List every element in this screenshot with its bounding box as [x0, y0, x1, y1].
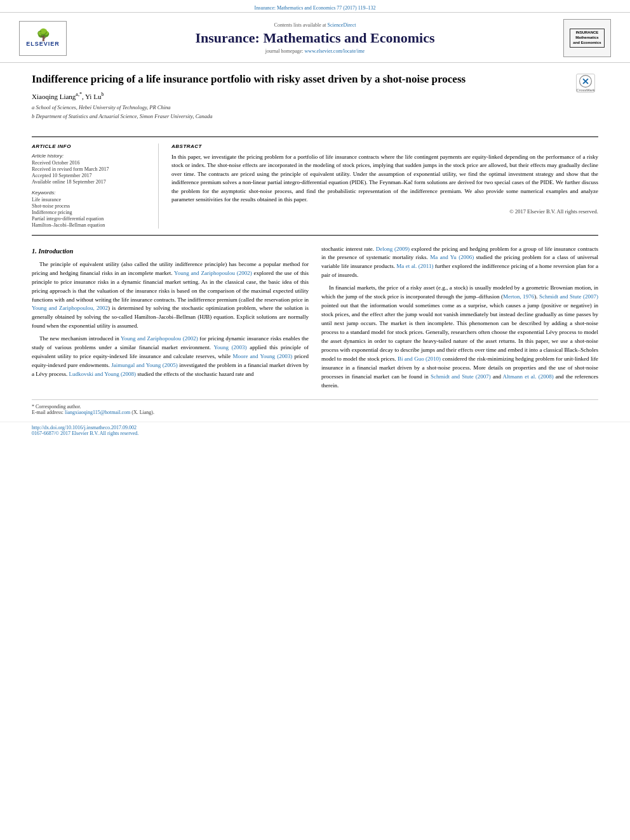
intro-para2: The new mechanism introduced in Young an… [32, 335, 309, 379]
page: Insurance: Mathematics and Economics 77 … [0, 0, 630, 840]
history-online: Available online 18 September 2017 [32, 179, 149, 185]
ref-ma-et-al-2011[interactable]: Ma et al. (2011) [396, 263, 433, 269]
keyword-5: Hamilton–Jacobi–Bellman equation [32, 222, 149, 228]
ref-moore-young-2003[interactable]: Moore and Young (2003) [232, 353, 292, 359]
journal-header: 🌳 ELSEVIER Contents lists available at S… [0, 13, 630, 63]
insurance-logo: INSURANCE Mathematics and Economics [563, 19, 611, 57]
author2-name: Yi Lu [85, 93, 101, 100]
keywords-label: Keywords: [32, 190, 149, 196]
elsevier-logo-area: 🌳 ELSEVIER [19, 21, 70, 56]
elsevier-text: ELSEVIER [26, 41, 60, 47]
intro-para1: The principle of equivalent utility (als… [32, 260, 309, 331]
affiliation-b: b Department of Statistics and Actuarial… [32, 113, 570, 121]
main-content: Indifference pricing of a life insurance… [0, 63, 630, 422]
abstract-heading: ABSTRACT [171, 143, 598, 149]
footnote-section: * Corresponding author. E-mail address: … [32, 399, 598, 415]
right-para1: stochastic interest rate. Delong (2009) … [321, 245, 598, 281]
history-revised: Received in revised form March 2017 [32, 166, 149, 172]
affiliations: a School of Sciences, Hebei University o… [32, 104, 570, 121]
ref-ludkovski-young-2008[interactable]: Ludkovski and Young (2008) [69, 371, 136, 377]
ref-young-zariphopoulou-2002c[interactable]: Young and Zariphopoulou (2002) [121, 335, 198, 342]
sciencedirect-link[interactable]: ScienceDirect [328, 22, 356, 28]
keywords-section: Keywords: Life insurance Shot-noise proc… [32, 190, 149, 228]
keyword-2: Shot-noise process [32, 203, 149, 209]
title-text-area: Indifference pricing of a life insurance… [32, 72, 570, 127]
elsevier-tree-icon: 🌳 [36, 29, 50, 41]
ref-altmann-2008[interactable]: Altmann et al. (2008) [503, 373, 554, 380]
article-title: Indifference pricing of a life insurance… [32, 72, 570, 86]
author1-sup: a,* [76, 91, 82, 97]
author2-sup: b [101, 91, 104, 97]
journal-title: Insurance: Mathematics and Economics [76, 30, 554, 46]
doi-link[interactable]: http://dx.doi.org/10.1016/j.insmatheco.2… [32, 425, 137, 430]
intro-heading: 1. Introduction [32, 246, 309, 257]
journal-citation-bar: Insurance: Mathematics and Economics 77 … [0, 0, 630, 13]
copyright-line: © 2017 Elsevier B.V. All rights reserved… [171, 208, 598, 215]
crossmark-icon[interactable]: CrossMark [576, 74, 595, 93]
ref-young-zariphopoulou-2002a[interactable]: Young and Zariphopoulou (2002) [174, 270, 252, 276]
info-abstract-section: ARTICLE INFO Article history: Received O… [32, 137, 598, 236]
right-body-col: stochastic interest rate. Delong (2009) … [321, 245, 598, 394]
ref-young-zariphopoulou-2002b[interactable]: Young and Zariphopoulou, 2002 [32, 305, 108, 311]
journal-citation: Insurance: Mathematics and Economics 77 … [255, 5, 376, 11]
crossmark-area[interactable]: CrossMark [576, 74, 598, 93]
elsevier-logo: 🌳 ELSEVIER [19, 21, 67, 56]
journal-header-center: Contents lists available at ScienceDirec… [76, 22, 554, 54]
author1-name: Xiaoqing Liang [32, 93, 76, 100]
keyword-1: Life insurance [32, 197, 149, 203]
doi-bar: http://dx.doi.org/10.1016/j.insmatheco.2… [0, 422, 630, 439]
homepage-link[interactable]: www.elsevier.com/locate/ime [305, 48, 365, 54]
insurance-logo-area: INSURANCE Mathematics and Economics [560, 19, 611, 57]
affiliation-a: a School of Sciences, Hebei University o… [32, 104, 570, 112]
ref-ma-yu-2006[interactable]: Ma and Yu (2006) [430, 254, 474, 260]
article-title-section: Indifference pricing of a life insurance… [32, 72, 598, 130]
article-info-col: ARTICLE INFO Article history: Received O… [32, 143, 159, 229]
abstract-text: In this paper, we investigate the pricin… [171, 153, 598, 204]
body-columns: 1. Introduction The principle of equival… [32, 245, 598, 394]
ref-young-2003[interactable]: Young (2003) [213, 344, 246, 350]
crossmark-svg [577, 74, 594, 88]
ref-schmidt-stute-2007b[interactable]: Schmidt and Stute (2007) [431, 373, 491, 380]
footnote-email-link[interactable]: liangxiaoqing115@hotmail.com [65, 410, 130, 415]
right-para2: In financial markets, the price of a ris… [321, 284, 598, 390]
ref-delong-2009[interactable]: Delong (2009) [376, 246, 410, 252]
history-received: Received October 2016 [32, 160, 149, 166]
left-body-col: 1. Introduction The principle of equival… [32, 245, 309, 394]
keyword-4: Partial integro-differential equation [32, 216, 149, 222]
crossmark-label: CrossMark [577, 88, 595, 92]
abstract-col: ABSTRACT In this paper, we investigate t… [171, 143, 598, 229]
ref-merton-1976[interactable]: Merton, 1976 [503, 293, 534, 300]
history-label: Article history: [32, 153, 149, 159]
history-accepted: Accepted 10 September 2017 [32, 173, 149, 178]
ref-bi-guo-2010[interactable]: Bi and Guo (2010) [398, 356, 441, 362]
authors-line: Xiaoqing Lianga,*, Yi Lub [32, 91, 570, 100]
footnote-corresponding: * Corresponding author. [32, 404, 598, 410]
issn-line: 0167-6687/© 2017 Elsevier B.V. All right… [32, 430, 138, 436]
article-info-heading: ARTICLE INFO [32, 143, 149, 149]
ref-jaimungal-young-2005[interactable]: Jaimungal and Young (2005) [111, 362, 178, 368]
journal-homepage: journal homepage: www.elsevier.com/locat… [76, 48, 554, 54]
ref-schmidt-stute-2007a[interactable]: Schmidt and Stute (2007) [539, 293, 598, 300]
available-text: Contents lists available at ScienceDirec… [76, 22, 554, 28]
keyword-3: Indifference pricing [32, 210, 149, 215]
footnote-email: E-mail address: liangxiaoqing115@hotmail… [32, 410, 598, 415]
insurance-logo-text: INSURANCE Mathematics and Economics [570, 29, 604, 47]
